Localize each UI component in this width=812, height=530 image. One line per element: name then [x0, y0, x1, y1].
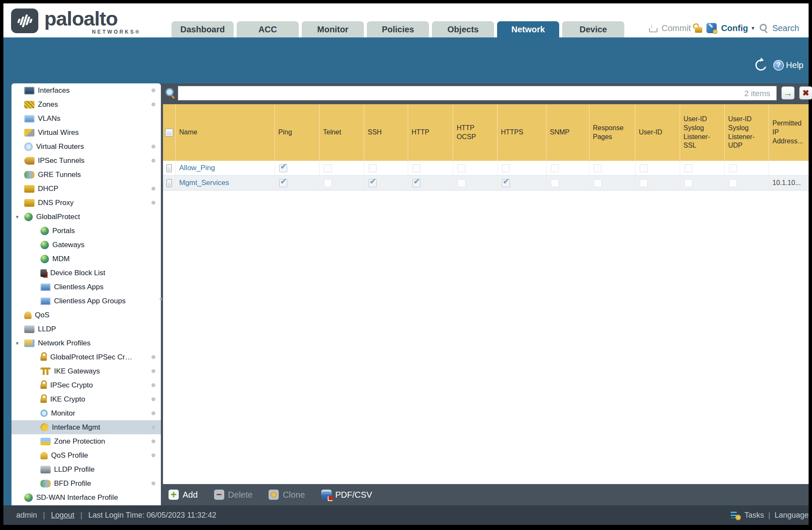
- delete-button[interactable]: − Delete: [214, 490, 253, 500]
- gre-tunnels-icon: [24, 171, 34, 179]
- row-checkbox[interactable]: [166, 179, 172, 187]
- column-header-user-id-syslog-listener-ssl[interactable]: User-ID Syslog Listener-SSL: [680, 104, 725, 161]
- sidebar-item-lldp[interactable]: LLDP: [11, 322, 161, 336]
- sidebar-item-ipsec-crypto[interactable]: IPSec Crypto: [11, 378, 161, 392]
- tab-policies[interactable]: Policies: [367, 21, 429, 37]
- column-header-https[interactable]: HTTPS: [497, 104, 546, 161]
- sidebar-item-globalprotect[interactable]: ▼GlobalProtect: [11, 210, 161, 224]
- row-options-dot: [152, 103, 155, 106]
- service-cell-https: ✔: [497, 176, 546, 190]
- sidebar-item-dhcp[interactable]: DHCP: [11, 182, 161, 196]
- add-button[interactable]: + Add: [169, 490, 198, 500]
- column-header-response-pages[interactable]: Response Pages: [589, 104, 635, 161]
- sidebar-item-dns-proxy[interactable]: DNS Proxy: [11, 196, 161, 210]
- global-search-button[interactable]: Search: [772, 23, 799, 33]
- sidebar-item-label: Gateways: [52, 241, 85, 249]
- tab-monitor[interactable]: Monitor: [302, 21, 364, 37]
- sidebar-item-interface-mgmt[interactable]: Interface Mgmt: [11, 420, 161, 434]
- select-all-checkbox[interactable]: [165, 128, 173, 137]
- column-header-user-id-syslog-listener-udp[interactable]: User-ID Syslog Listener-UDP: [725, 104, 769, 161]
- refresh-icon[interactable]: [754, 58, 769, 73]
- unchecked-checkbox: [640, 164, 648, 172]
- clear-filter-button[interactable]: ✖: [799, 86, 812, 100]
- sidebar-item-portals[interactable]: Portals: [11, 224, 161, 238]
- column-header-user-id[interactable]: User-ID: [635, 104, 680, 161]
- lock-icon[interactable]: [695, 27, 702, 33]
- tasks-button[interactable]: Tasks: [744, 511, 764, 520]
- sidebar-item-label: MDM: [52, 255, 70, 263]
- profile-name-link[interactable]: Allow_Ping: [179, 164, 215, 172]
- filter-input[interactable]: [178, 86, 777, 100]
- sidebar-item-qos-profile[interactable]: QoS Profile: [11, 448, 161, 462]
- sidebar-item-vlans[interactable]: VLANs: [11, 111, 161, 125]
- sidebar-item-ike-gateways[interactable]: IKE Gateways: [11, 364, 161, 378]
- checked-checkbox: ✔: [279, 164, 287, 172]
- tab-network[interactable]: Network: [497, 21, 559, 37]
- expander-icon[interactable]: ▼: [11, 214, 24, 219]
- column-header-snmp[interactable]: SNMP: [546, 104, 589, 161]
- column-header-telnet[interactable]: Telnet: [320, 104, 364, 161]
- service-cell-http: [408, 161, 453, 175]
- sidebar-item-ike-crypto[interactable]: IKE Crypto: [11, 392, 161, 406]
- clientless-apps-icon: [40, 283, 51, 291]
- sidebar-item-virtual-wires[interactable]: Virtual Wires: [11, 125, 161, 140]
- logout-link[interactable]: Logout: [51, 511, 74, 520]
- sidebar-item-clientless-apps[interactable]: Clientless Apps: [11, 280, 161, 294]
- expander-icon[interactable]: ▼: [11, 341, 24, 346]
- sidebar-item-virtual-routers[interactable]: Virtual Routers: [11, 140, 161, 154]
- row-select-cell: [163, 161, 176, 175]
- commit-button[interactable]: Commit: [662, 23, 691, 33]
- column-header-name[interactable]: Name: [176, 104, 275, 161]
- column-header-ssh[interactable]: SSH: [364, 104, 408, 161]
- sidebar-item-interfaces[interactable]: Interfaces: [11, 83, 161, 97]
- sidebar-item-qos[interactable]: QoS: [11, 308, 161, 322]
- sidebar-item-lldp-profile[interactable]: LLDP Profile: [11, 462, 161, 476]
- apply-filter-button[interactable]: →: [781, 86, 795, 100]
- sidebar-item-ipsec-tunnels[interactable]: IPSec Tunnels: [11, 154, 161, 168]
- sidebar-item-sd-wan-interface-profile[interactable]: SD-WAN Interface Profile: [11, 490, 161, 504]
- sidebar-item-label: LLDP Profile: [54, 465, 94, 474]
- help-button[interactable]: ? Help: [773, 60, 803, 71]
- sidebar-item-globalprotect-ipsec-crypto[interactable]: GlobalProtect IPSec Crypto: [11, 350, 161, 364]
- row-options-dot: [152, 425, 155, 429]
- app-window: paloalto NETWORKS® DashboardACCMonitorPo…: [3, 3, 809, 525]
- tab-acc[interactable]: ACC: [237, 21, 299, 37]
- ipsec-crypto-icon: [40, 384, 47, 389]
- zones-icon: [24, 101, 34, 108]
- column-header-ping[interactable]: Ping: [275, 104, 320, 161]
- sidebar-item-label: LLDP: [38, 325, 56, 333]
- tab-device[interactable]: Device: [562, 21, 624, 37]
- tab-objects[interactable]: Objects: [432, 21, 494, 37]
- sidebar-item-zones[interactable]: Zones: [11, 97, 161, 111]
- tab-dashboard[interactable]: Dashboard: [172, 21, 234, 37]
- interface-mgmt-icon: [40, 423, 49, 431]
- service-cell-user-id-syslog-listener-udp: [725, 176, 769, 190]
- sidebar-item-monitor[interactable]: Monitor: [11, 406, 161, 420]
- checked-checkbox: ✔: [279, 179, 287, 187]
- sidebar-item-bfd-profile[interactable]: BFD Profile: [11, 476, 161, 490]
- pdf-csv-button[interactable]: PDF/CSV: [321, 490, 372, 500]
- sidebar-item-device-block-list[interactable]: Device Block List: [11, 266, 161, 280]
- lldp-icon: [24, 325, 34, 333]
- column-header-permitted-ip-address[interactable]: Permitted IP Address...: [769, 104, 809, 161]
- sidebar-item-gateways[interactable]: Gateways: [11, 238, 161, 252]
- clone-icon: [269, 490, 279, 500]
- language-button[interactable]: Language: [775, 511, 809, 520]
- sidebar-item-clientless-app-groups[interactable]: Clientless App Groups: [11, 294, 161, 308]
- clone-button[interactable]: Clone: [269, 490, 305, 500]
- service-cell-http-ocsp: [453, 161, 497, 175]
- sidebar-item-gre-tunnels[interactable]: GRE Tunnels: [11, 168, 161, 182]
- row-checkbox[interactable]: [166, 164, 172, 172]
- column-header-http[interactable]: HTTP: [408, 104, 453, 161]
- dns-proxy-icon: [24, 199, 34, 207]
- chevron-down-icon[interactable]: ▼: [751, 26, 755, 31]
- mdm-icon: [40, 255, 49, 263]
- sidebar-item-zone-protection[interactable]: Zone Protection: [11, 434, 161, 448]
- profile-name-link[interactable]: Mgmt_Services: [179, 179, 229, 187]
- sidebar-item-mdm[interactable]: MDM: [11, 252, 161, 266]
- sidebar-item-network-profiles[interactable]: ▼Network Profiles: [11, 336, 161, 350]
- config-button[interactable]: Config: [721, 23, 748, 33]
- help-label: Help: [786, 60, 803, 70]
- service-cell-ssh: ✔: [364, 176, 408, 190]
- column-header-http-ocsp[interactable]: HTTP OCSP: [453, 104, 497, 161]
